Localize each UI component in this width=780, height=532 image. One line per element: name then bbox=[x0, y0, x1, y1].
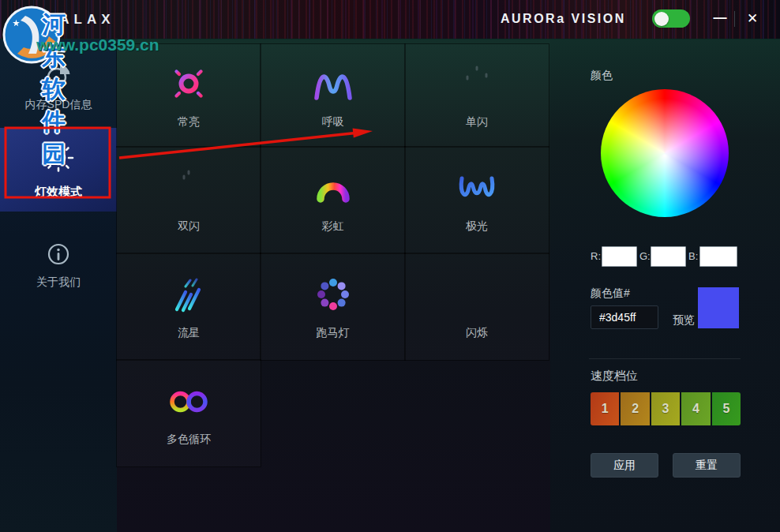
speed-selector: 1 2 3 4 5 bbox=[591, 392, 741, 425]
mode-label: 闪烁 bbox=[466, 326, 488, 340]
g-label: G: bbox=[639, 250, 651, 262]
close-button[interactable]: ✕ bbox=[741, 6, 764, 30]
speed-level-4[interactable]: 4 bbox=[681, 392, 710, 425]
hex-input[interactable] bbox=[591, 305, 658, 329]
info-icon bbox=[45, 241, 72, 271]
mode-breathing[interactable]: 呼吸 bbox=[261, 44, 405, 147]
preview-label: 预览 bbox=[673, 313, 695, 328]
mode-label: 双闪 bbox=[178, 219, 200, 234]
speed-level-5[interactable]: 5 bbox=[712, 392, 741, 425]
color-panel: 颜色 R: G: B: 颜色值# 预览 速度档位 1 2 3 4 5 应用 重置 bbox=[550, 39, 780, 532]
mode-marquee[interactable]: 跑马灯 bbox=[261, 253, 405, 360]
toggle-knob bbox=[654, 12, 669, 26]
meteor-streaks-icon bbox=[167, 273, 211, 317]
app-window: GALAX AURORa VISION — ✕ 内存SPD信息 bbox=[0, 0, 780, 532]
mode-steady[interactable]: 常亮 bbox=[117, 44, 261, 147]
apply-button[interactable]: 应用 bbox=[591, 453, 658, 478]
wave-m-icon bbox=[311, 62, 355, 107]
mode-label: 多色循环 bbox=[167, 433, 211, 447]
speed-level-3[interactable]: 3 bbox=[651, 392, 680, 425]
sidebar-item-label: 关于我们 bbox=[36, 275, 81, 290]
mode-meteor[interactable]: 流星 bbox=[117, 253, 261, 360]
infinity-rainbow-icon bbox=[167, 380, 211, 424]
sidebar-item-light-mode[interactable]: 灯效模式 bbox=[0, 128, 117, 212]
mode-single-flash[interactable]: 单闪 bbox=[405, 44, 549, 147]
r-input[interactable] bbox=[602, 246, 637, 267]
speed-section-label: 速度档位 bbox=[591, 369, 638, 384]
aurora-wave-icon bbox=[455, 167, 499, 211]
mode-grid-panel: 常亮 呼吸 bbox=[117, 39, 550, 532]
b-label: B: bbox=[688, 250, 698, 262]
color-preview-swatch bbox=[698, 287, 739, 328]
g-input[interactable] bbox=[651, 246, 686, 267]
mode-label: 单闪 bbox=[466, 115, 488, 129]
mode-label: 彩虹 bbox=[322, 219, 344, 234]
titlebar-divider bbox=[734, 11, 735, 27]
speed-level-1[interactable]: 1 bbox=[591, 392, 619, 425]
b-input[interactable] bbox=[699, 246, 737, 267]
brightness-icon bbox=[40, 140, 77, 180]
mode-label: 跑马灯 bbox=[317, 326, 350, 340]
app-title: AURORa VISION bbox=[501, 12, 626, 26]
mode-color-cycle[interactable]: 多色循环 bbox=[117, 360, 261, 466]
title-bar: GALAX AURORa VISION — ✕ bbox=[0, 0, 780, 39]
mode-double-flash[interactable]: 双闪 bbox=[117, 147, 261, 253]
speed-level-2[interactable]: 2 bbox=[621, 392, 649, 425]
reset-button[interactable]: 重置 bbox=[673, 453, 741, 478]
mode-label: 常亮 bbox=[178, 115, 200, 129]
mode-grid: 常亮 呼吸 bbox=[117, 44, 549, 466]
color-section-label: 颜色 bbox=[591, 69, 613, 83]
r-label: R: bbox=[591, 250, 601, 262]
mode-rainbow[interactable]: 彩虹 bbox=[261, 147, 405, 253]
color-wheel[interactable] bbox=[601, 89, 729, 217]
mode-aurora[interactable]: 极光 bbox=[405, 147, 549, 253]
sun-icon bbox=[167, 62, 211, 107]
sidebar: 内存SPD信息 bbox=[0, 39, 117, 532]
equalizer-icon bbox=[455, 62, 499, 107]
led-power-toggle[interactable] bbox=[652, 9, 690, 28]
mode-flicker[interactable]: 闪烁 bbox=[405, 253, 549, 360]
sidebar-item-about[interactable]: 关于我们 bbox=[0, 241, 117, 290]
rainbow-arc-icon bbox=[311, 167, 355, 211]
panel-divider bbox=[589, 358, 741, 359]
hex-label: 颜色值# bbox=[591, 287, 630, 301]
mode-label: 呼吸 bbox=[322, 115, 344, 129]
sidebar-item-spd-info[interactable]: 内存SPD信息 bbox=[0, 62, 117, 112]
brand-logo-text: GALAX bbox=[44, 12, 115, 28]
equalizer-icon bbox=[167, 167, 211, 211]
mode-label: 流星 bbox=[178, 326, 200, 340]
mode-label: 极光 bbox=[466, 219, 488, 234]
sidebar-item-label: 内存SPD信息 bbox=[25, 98, 92, 112]
sidebar-item-label: 灯效模式 bbox=[35, 185, 82, 200]
pie-chart-icon bbox=[44, 62, 73, 93]
dot-spinner-icon bbox=[311, 273, 355, 317]
minimize-button[interactable]: — bbox=[708, 6, 732, 30]
equalizer-icon bbox=[455, 273, 499, 317]
